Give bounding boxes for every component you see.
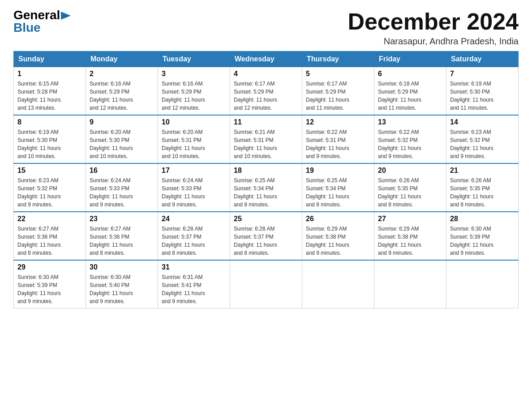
week-row-1: 1Sunrise: 6:15 AMSunset: 5:28 PMDaylight…: [14, 67, 519, 116]
empty-cell: [446, 260, 519, 308]
day-cell-21: 21Sunrise: 6:26 AMSunset: 5:35 PMDayligh…: [446, 163, 519, 212]
day-number-11: 11: [234, 118, 298, 126]
day-info-14: Sunrise: 6:23 AMSunset: 5:32 PMDaylight:…: [450, 128, 515, 160]
day-info-19: Sunrise: 6:25 AMSunset: 5:34 PMDaylight:…: [306, 176, 370, 209]
day-info-28: Sunrise: 6:30 AMSunset: 5:39 PMDaylight:…: [450, 225, 515, 257]
day-number-20: 20: [378, 167, 442, 175]
day-number-10: 10: [162, 118, 226, 126]
empty-cell: [230, 260, 302, 308]
day-info-4: Sunrise: 6:17 AMSunset: 5:29 PMDaylight:…: [234, 80, 298, 112]
day-info-15: Sunrise: 6:23 AMSunset: 5:32 PMDaylight:…: [17, 176, 82, 209]
day-info-29: Sunrise: 6:30 AMSunset: 5:39 PMDaylight:…: [17, 273, 82, 305]
day-number-9: 9: [90, 118, 154, 126]
day-cell-27: 27Sunrise: 6:29 AMSunset: 5:38 PMDayligh…: [374, 212, 446, 260]
day-info-26: Sunrise: 6:29 AMSunset: 5:38 PMDaylight:…: [306, 225, 370, 257]
day-cell-13: 13Sunrise: 6:22 AMSunset: 5:32 PMDayligh…: [374, 115, 446, 163]
day-cell-24: 24Sunrise: 6:28 AMSunset: 5:37 PMDayligh…: [158, 212, 230, 260]
header-saturday: Saturday: [446, 51, 519, 67]
day-number-14: 14: [450, 118, 515, 126]
title-section: December 2024 Narasapur, Andhra Pradesh,…: [348, 9, 519, 47]
month-title: December 2024: [348, 9, 519, 34]
day-cell-30: 30Sunrise: 6:30 AMSunset: 5:40 PMDayligh…: [86, 260, 158, 308]
day-cell-29: 29Sunrise: 6:30 AMSunset: 5:39 PMDayligh…: [14, 260, 86, 308]
day-cell-11: 11Sunrise: 6:21 AMSunset: 5:31 PMDayligh…: [230, 115, 302, 163]
day-number-6: 6: [378, 70, 442, 78]
week-row-5: 29Sunrise: 6:30 AMSunset: 5:39 PMDayligh…: [14, 260, 519, 308]
day-info-24: Sunrise: 6:28 AMSunset: 5:37 PMDaylight:…: [162, 225, 226, 257]
day-cell-16: 16Sunrise: 6:24 AMSunset: 5:33 PMDayligh…: [86, 163, 158, 212]
day-cell-10: 10Sunrise: 6:20 AMSunset: 5:31 PMDayligh…: [158, 115, 230, 163]
day-info-10: Sunrise: 6:20 AMSunset: 5:31 PMDaylight:…: [162, 128, 226, 160]
day-number-26: 26: [306, 215, 370, 223]
day-cell-15: 15Sunrise: 6:23 AMSunset: 5:32 PMDayligh…: [14, 163, 86, 212]
header-friday: Friday: [374, 51, 446, 67]
day-cell-5: 5Sunrise: 6:17 AMSunset: 5:29 PMDaylight…: [302, 67, 374, 116]
header-sunday: Sunday: [14, 51, 86, 67]
day-number-28: 28: [450, 215, 515, 223]
day-info-5: Sunrise: 6:17 AMSunset: 5:29 PMDaylight:…: [306, 80, 370, 112]
day-cell-6: 6Sunrise: 6:18 AMSunset: 5:29 PMDaylight…: [374, 67, 446, 116]
header-tuesday: Tuesday: [158, 51, 230, 67]
empty-cell: [374, 260, 446, 308]
day-cell-8: 8Sunrise: 6:19 AMSunset: 5:30 PMDaylight…: [14, 115, 86, 163]
day-number-4: 4: [234, 70, 298, 78]
day-number-19: 19: [306, 167, 370, 175]
day-number-3: 3: [162, 70, 226, 78]
day-number-22: 22: [17, 215, 82, 223]
day-info-9: Sunrise: 6:20 AMSunset: 5:30 PMDaylight:…: [90, 128, 154, 160]
day-number-12: 12: [306, 118, 370, 126]
day-info-3: Sunrise: 6:16 AMSunset: 5:29 PMDaylight:…: [162, 80, 226, 112]
day-number-25: 25: [234, 215, 298, 223]
day-info-11: Sunrise: 6:21 AMSunset: 5:31 PMDaylight:…: [234, 128, 298, 160]
day-info-13: Sunrise: 6:22 AMSunset: 5:32 PMDaylight:…: [378, 128, 442, 160]
day-cell-20: 20Sunrise: 6:26 AMSunset: 5:35 PMDayligh…: [374, 163, 446, 212]
day-number-23: 23: [90, 215, 154, 223]
day-info-25: Sunrise: 6:28 AMSunset: 5:37 PMDaylight:…: [234, 225, 298, 257]
logo: General Blue: [13, 9, 71, 34]
logo-general: General: [13, 9, 60, 21]
day-cell-26: 26Sunrise: 6:29 AMSunset: 5:38 PMDayligh…: [302, 212, 374, 260]
day-number-15: 15: [17, 167, 82, 175]
location: Narasapur, Andhra Pradesh, India: [348, 36, 519, 47]
day-info-8: Sunrise: 6:19 AMSunset: 5:30 PMDaylight:…: [17, 128, 82, 160]
day-cell-14: 14Sunrise: 6:23 AMSunset: 5:32 PMDayligh…: [446, 115, 519, 163]
day-cell-12: 12Sunrise: 6:22 AMSunset: 5:31 PMDayligh…: [302, 115, 374, 163]
day-number-16: 16: [90, 167, 154, 175]
day-info-21: Sunrise: 6:26 AMSunset: 5:35 PMDaylight:…: [450, 176, 515, 209]
day-info-6: Sunrise: 6:18 AMSunset: 5:29 PMDaylight:…: [378, 80, 442, 112]
day-number-8: 8: [17, 118, 82, 126]
week-row-4: 22Sunrise: 6:27 AMSunset: 5:36 PMDayligh…: [14, 212, 519, 260]
day-cell-19: 19Sunrise: 6:25 AMSunset: 5:34 PMDayligh…: [302, 163, 374, 212]
day-info-20: Sunrise: 6:26 AMSunset: 5:35 PMDaylight:…: [378, 176, 442, 209]
day-info-17: Sunrise: 6:24 AMSunset: 5:33 PMDaylight:…: [162, 176, 226, 209]
header-monday: Monday: [86, 51, 158, 67]
day-info-31: Sunrise: 6:31 AMSunset: 5:41 PMDaylight:…: [162, 273, 226, 305]
day-info-7: Sunrise: 6:19 AMSunset: 5:30 PMDaylight:…: [450, 80, 515, 112]
day-number-5: 5: [306, 70, 370, 78]
day-number-24: 24: [162, 215, 226, 223]
day-cell-17: 17Sunrise: 6:24 AMSunset: 5:33 PMDayligh…: [158, 163, 230, 212]
day-info-18: Sunrise: 6:25 AMSunset: 5:34 PMDaylight:…: [234, 176, 298, 209]
calendar-table: SundayMondayTuesdayWednesdayThursdayFrid…: [13, 51, 519, 308]
day-cell-4: 4Sunrise: 6:17 AMSunset: 5:29 PMDaylight…: [230, 67, 302, 116]
logo-blue: Blue: [13, 21, 41, 34]
week-row-2: 8Sunrise: 6:19 AMSunset: 5:30 PMDaylight…: [14, 115, 519, 163]
day-number-13: 13: [378, 118, 442, 126]
day-info-23: Sunrise: 6:27 AMSunset: 5:36 PMDaylight:…: [90, 225, 154, 257]
logo-arrow-icon: [61, 12, 71, 20]
day-number-27: 27: [378, 215, 442, 223]
day-cell-9: 9Sunrise: 6:20 AMSunset: 5:30 PMDaylight…: [86, 115, 158, 163]
day-info-27: Sunrise: 6:29 AMSunset: 5:38 PMDaylight:…: [378, 225, 442, 257]
day-cell-22: 22Sunrise: 6:27 AMSunset: 5:36 PMDayligh…: [14, 212, 86, 260]
day-info-12: Sunrise: 6:22 AMSunset: 5:31 PMDaylight:…: [306, 128, 370, 160]
header-thursday: Thursday: [302, 51, 374, 67]
day-number-31: 31: [162, 263, 226, 271]
empty-cell: [302, 260, 374, 308]
page-header: General Blue December 2024 Narasapur, An…: [13, 9, 519, 47]
day-number-1: 1: [17, 70, 82, 78]
day-number-7: 7: [450, 70, 515, 78]
svg-marker-0: [61, 12, 71, 20]
day-cell-28: 28Sunrise: 6:30 AMSunset: 5:39 PMDayligh…: [446, 212, 519, 260]
day-number-30: 30: [90, 263, 154, 271]
day-cell-25: 25Sunrise: 6:28 AMSunset: 5:37 PMDayligh…: [230, 212, 302, 260]
